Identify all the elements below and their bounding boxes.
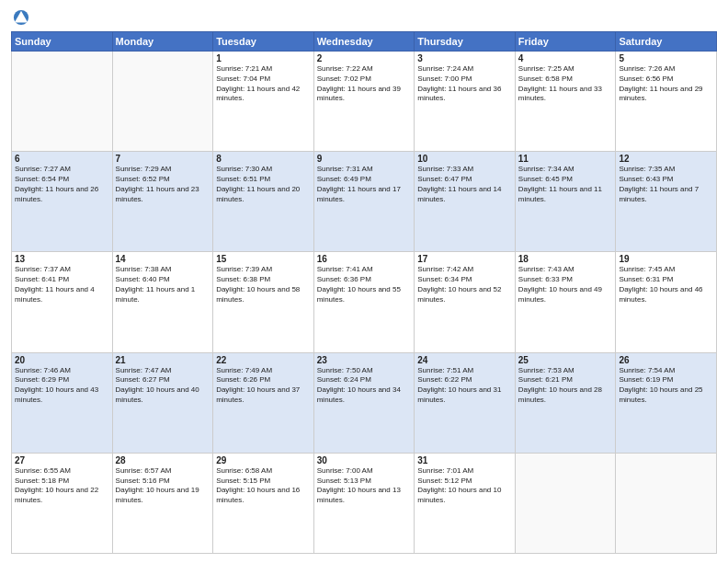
table-cell: 31Sunrise: 7:01 AMSunset: 5:12 PMDayligh… bbox=[415, 453, 516, 553]
table-cell: 16Sunrise: 7:41 AMSunset: 6:36 PMDayligh… bbox=[313, 252, 415, 352]
day-number: 3 bbox=[417, 53, 512, 63]
day-number: 13 bbox=[15, 254, 109, 264]
calendar-week-row: 27Sunrise: 6:55 AMSunset: 5:18 PMDayligh… bbox=[12, 453, 717, 553]
table-cell: 18Sunrise: 7:43 AMSunset: 6:33 PMDayligh… bbox=[515, 252, 616, 352]
table-cell bbox=[616, 453, 717, 553]
day-number: 31 bbox=[417, 455, 512, 465]
day-detail: Sunrise: 7:38 AMSunset: 6:40 PMDaylight:… bbox=[116, 265, 210, 304]
day-number: 29 bbox=[216, 455, 311, 465]
day-detail: Sunrise: 6:55 AMSunset: 5:18 PMDaylight:… bbox=[15, 466, 109, 506]
table-cell: 28Sunrise: 6:57 AMSunset: 5:16 PMDayligh… bbox=[112, 453, 213, 553]
calendar-page: Sunday Monday Tuesday Wednesday Thursday… bbox=[0, 0, 728, 563]
table-cell: 6Sunrise: 7:27 AMSunset: 6:54 PMDaylight… bbox=[12, 152, 113, 252]
table-cell: 15Sunrise: 7:39 AMSunset: 6:38 PMDayligh… bbox=[213, 252, 314, 352]
table-cell bbox=[112, 52, 213, 152]
day-number: 24 bbox=[417, 355, 512, 365]
logo bbox=[11, 9, 33, 26]
day-number: 15 bbox=[216, 254, 311, 264]
day-detail: Sunrise: 7:53 AMSunset: 6:21 PMDaylight:… bbox=[518, 366, 613, 406]
day-number: 19 bbox=[619, 254, 713, 264]
col-thursday: Thursday bbox=[415, 32, 516, 52]
day-number: 20 bbox=[15, 355, 109, 365]
table-cell: 14Sunrise: 7:38 AMSunset: 6:40 PMDayligh… bbox=[112, 252, 213, 352]
day-number: 11 bbox=[518, 154, 613, 164]
day-detail: Sunrise: 7:54 AMSunset: 6:19 PMDaylight:… bbox=[619, 366, 713, 406]
table-cell: 8Sunrise: 7:30 AMSunset: 6:51 PMDaylight… bbox=[213, 152, 314, 252]
day-detail: Sunrise: 7:01 AMSunset: 5:12 PMDaylight:… bbox=[417, 466, 512, 506]
table-cell: 20Sunrise: 7:46 AMSunset: 6:29 PMDayligh… bbox=[12, 352, 113, 453]
day-detail: Sunrise: 7:49 AMSunset: 6:26 PMDaylight:… bbox=[216, 366, 311, 406]
day-number: 25 bbox=[518, 355, 613, 365]
day-detail: Sunrise: 7:39 AMSunset: 6:38 PMDaylight:… bbox=[216, 265, 311, 304]
day-number: 1 bbox=[216, 53, 311, 63]
day-number: 16 bbox=[317, 254, 412, 264]
day-detail: Sunrise: 7:22 AMSunset: 7:02 PMDaylight:… bbox=[317, 64, 412, 104]
table-cell: 7Sunrise: 7:29 AMSunset: 6:52 PMDaylight… bbox=[112, 152, 213, 252]
table-cell: 21Sunrise: 7:47 AMSunset: 6:27 PMDayligh… bbox=[112, 352, 213, 453]
day-number: 9 bbox=[317, 154, 412, 164]
calendar-week-row: 6Sunrise: 7:27 AMSunset: 6:54 PMDaylight… bbox=[12, 152, 717, 252]
table-cell: 27Sunrise: 6:55 AMSunset: 5:18 PMDayligh… bbox=[12, 453, 113, 553]
day-detail: Sunrise: 7:50 AMSunset: 6:24 PMDaylight:… bbox=[317, 366, 412, 406]
table-cell: 25Sunrise: 7:53 AMSunset: 6:21 PMDayligh… bbox=[515, 352, 616, 453]
day-detail: Sunrise: 7:47 AMSunset: 6:27 PMDaylight:… bbox=[116, 366, 210, 406]
calendar-table: Sunday Monday Tuesday Wednesday Thursday… bbox=[11, 31, 717, 554]
calendar-week-row: 20Sunrise: 7:46 AMSunset: 6:29 PMDayligh… bbox=[12, 352, 717, 453]
header bbox=[11, 9, 717, 26]
day-detail: Sunrise: 7:42 AMSunset: 6:34 PMDaylight:… bbox=[417, 265, 512, 304]
table-cell: 1Sunrise: 7:21 AMSunset: 7:04 PMDaylight… bbox=[213, 52, 314, 152]
col-monday: Monday bbox=[112, 32, 213, 52]
table-cell: 24Sunrise: 7:51 AMSunset: 6:22 PMDayligh… bbox=[415, 352, 516, 453]
table-cell: 29Sunrise: 6:58 AMSunset: 5:15 PMDayligh… bbox=[213, 453, 314, 553]
calendar-header-row: Sunday Monday Tuesday Wednesday Thursday… bbox=[12, 32, 717, 52]
table-cell: 17Sunrise: 7:42 AMSunset: 6:34 PMDayligh… bbox=[415, 252, 516, 352]
day-number: 30 bbox=[317, 455, 412, 465]
table-cell: 26Sunrise: 7:54 AMSunset: 6:19 PMDayligh… bbox=[616, 352, 717, 453]
day-detail: Sunrise: 7:24 AMSunset: 7:00 PMDaylight:… bbox=[417, 64, 512, 104]
day-number: 21 bbox=[116, 355, 210, 365]
day-number: 26 bbox=[619, 355, 713, 365]
table-cell bbox=[12, 52, 113, 152]
table-cell: 13Sunrise: 7:37 AMSunset: 6:41 PMDayligh… bbox=[12, 252, 113, 352]
day-detail: Sunrise: 6:57 AMSunset: 5:16 PMDaylight:… bbox=[116, 466, 210, 506]
day-detail: Sunrise: 7:30 AMSunset: 6:51 PMDaylight:… bbox=[216, 165, 311, 204]
day-number: 18 bbox=[518, 254, 613, 264]
day-detail: Sunrise: 7:33 AMSunset: 6:47 PMDaylight:… bbox=[417, 165, 512, 204]
col-friday: Friday bbox=[515, 32, 616, 52]
logo-icon bbox=[13, 9, 29, 26]
table-cell: 5Sunrise: 7:26 AMSunset: 6:56 PMDaylight… bbox=[616, 52, 717, 152]
day-number: 7 bbox=[116, 154, 210, 164]
col-tuesday: Tuesday bbox=[213, 32, 314, 52]
day-number: 8 bbox=[216, 154, 311, 164]
day-number: 23 bbox=[317, 355, 412, 365]
day-number: 28 bbox=[116, 455, 210, 465]
day-detail: Sunrise: 7:46 AMSunset: 6:29 PMDaylight:… bbox=[15, 366, 109, 406]
day-detail: Sunrise: 7:00 AMSunset: 5:13 PMDaylight:… bbox=[317, 466, 412, 506]
day-number: 12 bbox=[619, 154, 713, 164]
table-cell: 2Sunrise: 7:22 AMSunset: 7:02 PMDaylight… bbox=[313, 52, 415, 152]
day-number: 10 bbox=[417, 154, 512, 164]
table-cell: 4Sunrise: 7:25 AMSunset: 6:58 PMDaylight… bbox=[515, 52, 616, 152]
day-detail: Sunrise: 7:29 AMSunset: 6:52 PMDaylight:… bbox=[116, 165, 210, 204]
calendar-week-row: 1Sunrise: 7:21 AMSunset: 7:04 PMDaylight… bbox=[12, 52, 717, 152]
calendar-week-row: 13Sunrise: 7:37 AMSunset: 6:41 PMDayligh… bbox=[12, 252, 717, 352]
day-number: 17 bbox=[417, 254, 512, 264]
table-cell: 19Sunrise: 7:45 AMSunset: 6:31 PMDayligh… bbox=[616, 252, 717, 352]
day-detail: Sunrise: 7:34 AMSunset: 6:45 PMDaylight:… bbox=[518, 165, 613, 204]
col-wednesday: Wednesday bbox=[313, 32, 415, 52]
day-detail: Sunrise: 7:37 AMSunset: 6:41 PMDaylight:… bbox=[15, 265, 109, 304]
day-detail: Sunrise: 7:35 AMSunset: 6:43 PMDaylight:… bbox=[619, 165, 713, 204]
day-number: 2 bbox=[317, 53, 412, 63]
day-detail: Sunrise: 7:25 AMSunset: 6:58 PMDaylight:… bbox=[518, 64, 613, 104]
day-detail: Sunrise: 7:51 AMSunset: 6:22 PMDaylight:… bbox=[417, 366, 512, 406]
day-detail: Sunrise: 7:27 AMSunset: 6:54 PMDaylight:… bbox=[15, 165, 109, 204]
day-number: 5 bbox=[619, 53, 713, 63]
table-cell: 30Sunrise: 7:00 AMSunset: 5:13 PMDayligh… bbox=[313, 453, 415, 553]
day-detail: Sunrise: 7:21 AMSunset: 7:04 PMDaylight:… bbox=[216, 64, 311, 104]
table-cell bbox=[515, 453, 616, 553]
day-number: 6 bbox=[15, 154, 109, 164]
table-cell: 11Sunrise: 7:34 AMSunset: 6:45 PMDayligh… bbox=[515, 152, 616, 252]
col-saturday: Saturday bbox=[616, 32, 717, 52]
col-sunday: Sunday bbox=[12, 32, 113, 52]
day-number: 27 bbox=[15, 455, 109, 465]
